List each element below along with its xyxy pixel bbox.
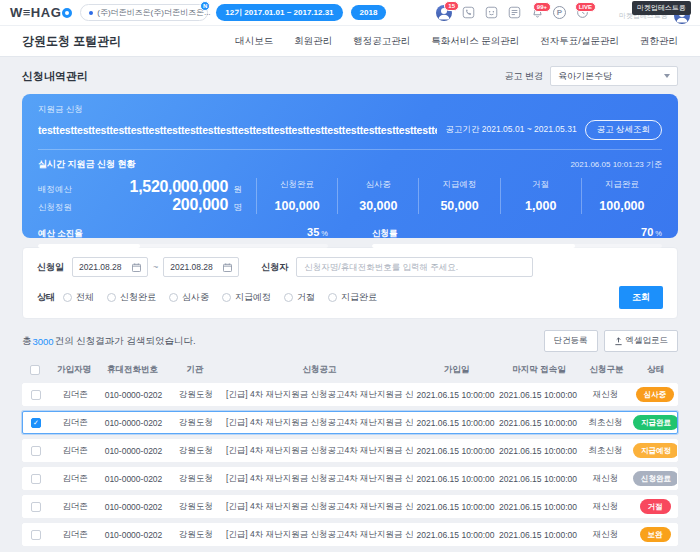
radio-label: 심사중 [182,291,209,304]
status-badge: 지급완료 [633,415,677,430]
quota-unit: 명 [228,202,242,214]
table-row[interactable]: 김더존010-0000-0202강원도청[긴급] 4차 재난지원금 신청공고4차… [22,523,678,546]
cell-apply_type: 재신청 [578,389,633,401]
column-header-1[interactable]: 가입자명 [48,364,100,376]
cell-last_access: 2021.06.15 10:00:00 [498,530,578,540]
company-selector[interactable]: (주)더존비즈온(주)더존비즈온... N [80,4,208,21]
status-badge: 거절 [640,499,671,514]
notice-change-area: 공고 변경 육아기본수당 [504,66,678,86]
current-user-area[interactable]: 마켓업테스트용 마켓업테스트용 [598,0,690,26]
cell-notice: [긴급] 4차 재난지원금 신청공고4차 재난지원금 신청... [226,529,413,541]
panel-stat: 심사중30,000 [337,178,418,214]
row-checkbox-cell [23,474,49,484]
radio-circle-icon [107,293,116,302]
excel-upload-button[interactable]: 엑셀업로드 [604,330,679,352]
row-checkbox-cell [23,446,49,456]
table-row[interactable]: 김더존010-0000-0202강원도청[긴급] 4차 재난지원금 신청공고4차… [22,467,678,490]
cell-notice: [긴급] 4차 재난지원금 신청공고4차 재난지원금 신청... [226,417,413,429]
cell-phone: 010-0000-0202 [101,390,166,400]
logo-o-icon [62,8,72,18]
status-radio-4[interactable]: 지급예정 [222,291,271,304]
column-header-5[interactable]: 가입일 [414,364,499,376]
column-header-2[interactable]: 휴대전화번호 [100,364,165,376]
table-row[interactable]: 김더존010-0000-0202강원도청[긴급] 4차 재난지원금 신청공고4차… [22,495,678,518]
result-count: 3000 [33,336,54,347]
nav-item-4[interactable]: 특화서비스 문의관리 [431,35,519,48]
budget-unit: 원 [228,184,242,196]
panel-stat-value: 100,000 [582,199,662,213]
notification-count-badge: 15 [444,1,459,11]
result-actions: 단건등록 엑셀업로드 [544,330,679,352]
memo-icon[interactable] [507,6,521,20]
status-badge: 신청완료 [633,471,677,486]
column-header-8[interactable]: 상태 [634,364,678,376]
cell-org: 강원도청 [166,417,226,429]
status-radio-1[interactable]: 전체 [63,291,94,304]
cell-org: 강원도청 [166,473,226,485]
nav-item-1[interactable]: 대시보드 [235,35,273,48]
status-radio-3[interactable]: 심사중 [169,291,209,304]
quota-value: 200,000 [80,196,228,214]
search-button[interactable]: 조회 [619,286,663,309]
select-all-checkbox[interactable] [30,365,40,375]
cell-notice: [긴급] 4차 재난지원금 신청공고4차 재난지원금 신청... [226,389,413,401]
app-window: W≡HAG (주)더존비즈온(주)더존비즈온... N 12기 2017.01.… [0,0,700,552]
column-header-4[interactable]: 신청공고 [225,364,414,376]
table-header: 가입자명휴대전화번호기관신청공고가입일마지막 접속일신청구분상태 [22,360,678,383]
row-checkbox[interactable] [31,418,41,428]
summary-suffix: 건의 신청결과가 검색되었습니다. [55,335,196,348]
panel-stat: 거절1,000 [500,178,581,214]
column-header-7[interactable]: 신청구분 [579,364,634,376]
year-pill[interactable]: 2018 [351,5,387,20]
application-rate-progress: 신청률 70 % [372,226,662,248]
row-checkbox[interactable] [31,446,41,456]
radio-label: 거절 [297,291,315,304]
calendar-icon [132,263,141,272]
single-register-button[interactable]: 단건등록 [544,330,598,352]
talk-icon[interactable] [484,6,498,20]
bell-icon[interactable]: 99+ [530,6,544,20]
applicant-search-input[interactable] [296,257,533,277]
panel-stat-label: 지급완료 [582,179,662,191]
date-from-input[interactable]: 2021.08.28 [72,257,148,277]
row-checkbox[interactable] [31,502,41,512]
gnb-bar: 강원도청 포털관리 대시보드회원관리행정공고관리특화서비스 문의관리전자투표/설… [0,26,700,57]
point-icon[interactable]: P [553,6,566,19]
table-row[interactable]: 김더존010-0000-0202강원도청[긴급] 4차 재난지원금 신청공고4차… [22,411,678,434]
column-header-6[interactable]: 마지막 접속일 [499,364,579,376]
nav-item-2[interactable]: 회원관리 [294,35,332,48]
upload-icon [614,337,623,346]
fiscal-period-pill[interactable]: 12기 2017.01.01 ~ 2017.12.31 [216,4,342,21]
calendar-icon [223,263,232,272]
row-checkbox[interactable] [31,474,41,484]
nav-item-3[interactable]: 행정공고관리 [353,35,410,48]
call-icon[interactable] [461,6,475,20]
column-header-3[interactable]: 기관 [165,364,225,376]
status-cell: 신청완료 [633,471,677,486]
user-avatar[interactable]: 15 [436,5,452,21]
cell-last_access: 2021.06.15 10:00:00 [498,474,578,484]
budget-usage-progress: 예산 소진율 35 % [38,226,328,248]
wehago-logo[interactable]: W≡HAG [10,5,72,20]
panel-stat-label: 신청완료 [257,179,337,191]
table-row[interactable]: 김더존010-0000-0202강원도청[긴급] 4차 재난지원금 신청공고4차… [22,439,678,462]
cell-joined: 2021.06.15 10:00:00 [413,418,498,428]
table-row[interactable]: 김더존010-0000-0202강원도청[긴급] 4차 재난지원금 신청공고4차… [22,383,678,406]
live-clock-icon[interactable]: LIVE [575,6,589,20]
cell-name: 김더존 [49,389,101,401]
notice-detail-button[interactable]: 공고 상세조회 [585,120,662,140]
status-radio-2[interactable]: 신청완료 [107,291,156,304]
nav-item-6[interactable]: 권한관리 [640,35,678,48]
status-radio-5[interactable]: 거절 [284,291,315,304]
cell-last_access: 2021.06.15 10:00:00 [498,446,578,456]
radio-circle-icon [284,293,293,302]
panel-stats: 신청완료100,000심사중30,000지급예정50,000거절1,000지급완… [256,178,662,214]
panel-stat: 신청완료100,000 [256,178,337,214]
row-checkbox[interactable] [31,390,41,400]
notice-select[interactable]: 육아기본수당 [550,66,678,86]
date-to-input[interactable]: 2021.08.28 [163,257,239,277]
status-radio-6[interactable]: 지급완료 [328,291,377,304]
row-checkbox[interactable] [31,530,41,540]
status-cell: 지급완료 [633,415,677,430]
nav-item-5[interactable]: 전자투표/설문관리 [540,35,619,48]
